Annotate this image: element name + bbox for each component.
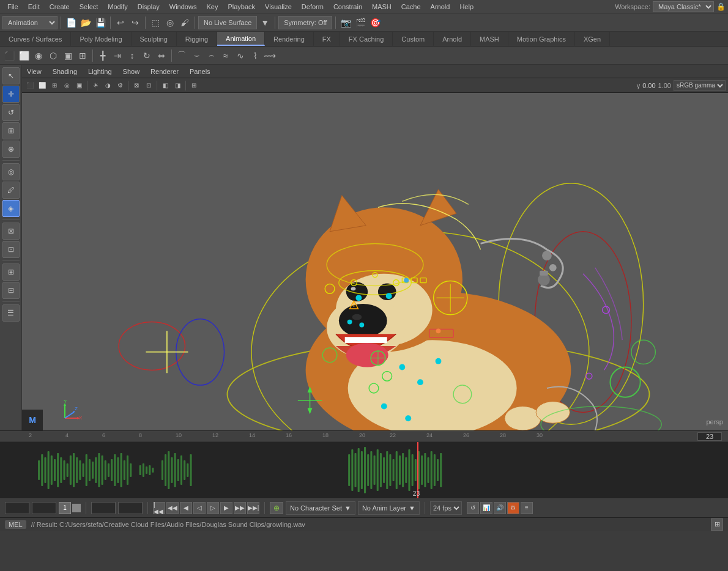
key-tool-4[interactable]: ⬡ (46, 49, 60, 62)
layout-tool[interactable]: ☰ (2, 304, 20, 322)
menu-select[interactable]: Select (75, 2, 103, 12)
select-tool-btn[interactable]: ⬚ (149, 16, 162, 29)
tab-rendering[interactable]: Rendering (265, 32, 314, 46)
curve-tool-6[interactable]: ⌇ (248, 49, 262, 62)
tab-sculpting[interactable]: Sculpting (132, 32, 177, 46)
menu-display[interactable]: Display (133, 2, 165, 12)
curve-tool-4[interactable]: ≈ (219, 49, 232, 62)
settings-btn[interactable]: ⚙ (507, 502, 519, 514)
vt-icon-7[interactable]: ◑ (102, 80, 113, 91)
redo-btn[interactable]: ↪ (128, 16, 142, 29)
menu-create[interactable]: Create (45, 2, 75, 12)
symmetry-btn[interactable]: Symmetry: Off (278, 16, 332, 29)
move-tool[interactable]: ✛ (2, 86, 20, 103)
vt-icon-10[interactable]: ⊡ (143, 80, 154, 91)
vt-icon-12[interactable]: ◨ (172, 80, 183, 91)
audio-btn[interactable]: 🔊 (494, 502, 506, 514)
range-end-input[interactable]: 30 (91, 502, 116, 514)
anim-tool-4[interactable]: ↻ (140, 49, 154, 62)
render-btn[interactable]: 📷 (339, 16, 352, 29)
undo-btn[interactable]: ↩ (114, 16, 127, 29)
vp-menu-lighting[interactable]: Lighting (86, 68, 114, 75)
active-tool[interactable]: ◈ (2, 200, 20, 217)
anim-tool-1[interactable]: ╋ (96, 49, 110, 62)
vt-icon-8[interactable]: ⚙ (114, 80, 125, 91)
tab-animation[interactable]: Animation (217, 32, 265, 46)
menu-key[interactable]: Key (201, 2, 223, 12)
vp-menu-panels[interactable]: Panels (187, 68, 213, 75)
cycle-btn[interactable]: ↺ (467, 502, 479, 514)
vp-menu-shading[interactable]: Shading (50, 68, 80, 75)
vp-menu-renderer[interactable]: Renderer (148, 68, 181, 75)
anim-layer-btn[interactable]: No Anim Layer ▼ (358, 501, 420, 515)
gamma-profile-select[interactable]: sRGB gamma (674, 80, 726, 91)
curve-tool-7[interactable]: ⟿ (263, 49, 277, 62)
tab-poly-modeling[interactable]: Poly Modeling (71, 32, 131, 46)
curve-tool-3[interactable]: ⌢ (204, 49, 218, 62)
character-set-btn[interactable]: No Character Set ▼ (286, 501, 355, 515)
menu-arnold[interactable]: Arnold (426, 2, 455, 12)
timeline-waveform[interactable]: 23 (0, 442, 728, 498)
vt-icon-4[interactable]: ◎ (61, 80, 72, 91)
curve-tool-1[interactable]: ⌒ (175, 49, 188, 62)
tab-fx-caching[interactable]: FX Caching (340, 32, 393, 46)
vp-menu-show[interactable]: Show (121, 68, 143, 75)
anim-tool-5[interactable]: ⇔ (155, 49, 168, 62)
menu-constrain[interactable]: Constrain (329, 2, 367, 12)
open-file-btn[interactable]: 📂 (79, 16, 92, 29)
menu-file[interactable]: File (2, 2, 23, 12)
skip-end-btn[interactable]: ▶▶| (247, 502, 259, 514)
menu-windows[interactable]: Windows (165, 2, 202, 12)
range-start-input[interactable]: 1 (5, 502, 29, 514)
menu-help[interactable]: Help (455, 2, 478, 12)
skip-start-btn[interactable]: |◀◀ (153, 502, 165, 514)
save-file-btn[interactable]: 💾 (94, 16, 107, 29)
key-tool-3[interactable]: ◉ (32, 49, 45, 62)
vt-icon-1[interactable]: ⬛ (24, 80, 35, 91)
tab-curves-surfaces[interactable]: Curves / Surfaces (0, 32, 71, 46)
range-start2-input[interactable]: 1 (32, 502, 56, 514)
paint-tool-btn[interactable]: 🖌 (178, 16, 191, 29)
rotate-tool[interactable]: ↺ (2, 104, 20, 121)
vt-icon-11[interactable]: ◧ (160, 80, 171, 91)
tab-fx[interactable]: FX (314, 32, 340, 46)
viewport-canvas[interactable]: persp M X Y Z (22, 93, 728, 430)
bc-extra-btn[interactable]: ≡ (521, 502, 533, 514)
display-tool[interactable]: ⊞ (2, 263, 20, 281)
vt-icon-2[interactable]: ⬜ (37, 80, 48, 91)
play-fwd-btn[interactable]: ▷ (207, 502, 219, 514)
next-key-btn[interactable]: ▶▶ (234, 502, 246, 514)
tab-rigging[interactable]: Rigging (177, 32, 217, 46)
viewport-render-btn[interactable]: 🎬 (354, 16, 367, 29)
snap-tool-2[interactable]: ⊡ (2, 241, 20, 258)
paint-tool[interactable]: 🖊 (2, 182, 20, 199)
tab-xgen[interactable]: XGen (575, 32, 610, 46)
live-surface-dropdown[interactable]: ▼ (258, 16, 272, 29)
anim-tool-3[interactable]: ↕ (125, 49, 139, 62)
menu-modify[interactable]: Modify (103, 2, 132, 12)
add-key-btn[interactable]: ⊕ (270, 502, 283, 514)
timeline-header[interactable]: 2 4 6 8 10 12 14 16 18 20 22 24 26 28 30… (0, 431, 728, 442)
key-tool-6[interactable]: ⊞ (76, 49, 89, 62)
anim-tool-2[interactable]: ⇥ (111, 49, 124, 62)
curve-tool-2[interactable]: ⌣ (190, 49, 203, 62)
new-file-btn[interactable]: 📄 (64, 16, 78, 29)
tab-arnold[interactable]: Arnold (434, 32, 471, 46)
range-end2-input[interactable]: 200 (118, 502, 143, 514)
vt-icon-3[interactable]: ⊞ (49, 80, 60, 91)
vt-icon-6[interactable]: ☀ (90, 80, 101, 91)
prev-key-btn[interactable]: ◀◀ (166, 502, 179, 514)
vt-icon-13[interactable]: ⊞ (188, 80, 199, 91)
live-surface-btn[interactable]: No Live Surface (198, 16, 257, 29)
lasso-tool-btn[interactable]: ◎ (163, 16, 177, 29)
menu-cache[interactable]: Cache (396, 2, 426, 12)
menu-visualize[interactable]: Visualize (260, 2, 297, 12)
frame-step-input[interactable] (72, 504, 81, 512)
key-tool-2[interactable]: ⬜ (17, 49, 31, 62)
select-tool[interactable]: ↖ (2, 67, 20, 84)
tab-motion-graphics[interactable]: Motion Graphics (508, 32, 575, 46)
tab-custom[interactable]: Custom (393, 32, 434, 46)
vp-menu-view[interactable]: View (24, 68, 44, 75)
tab-mash[interactable]: MASH (471, 32, 508, 46)
menu-edit[interactable]: Edit (23, 2, 45, 12)
